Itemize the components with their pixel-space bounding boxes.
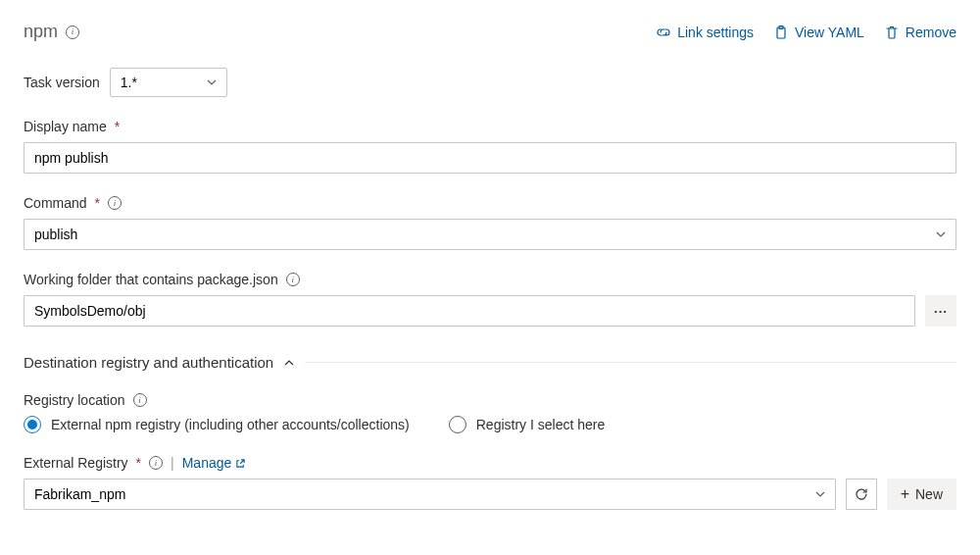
refresh-icon [854, 486, 869, 502]
browse-button[interactable]: ··· [925, 295, 956, 327]
command-select[interactable]: publish [24, 219, 956, 250]
working-folder-label: Working folder that contains package.jso… [24, 272, 956, 287]
working-folder-row: Working folder that contains package.jso… [24, 272, 956, 327]
section-title: Destination registry and authentication [24, 354, 273, 371]
required-mark: * [136, 455, 141, 471]
remove-button[interactable]: Remove [884, 25, 956, 40]
display-name-row: Display name * [24, 119, 956, 174]
page-title: npm [24, 22, 58, 42]
display-name-input[interactable] [24, 142, 956, 174]
title-group: npm i [24, 22, 79, 42]
plus-icon: + [901, 485, 909, 503]
task-version-row: Task version 1.* [24, 68, 956, 97]
radio-external[interactable]: External npm registry (including other a… [24, 416, 410, 433]
ellipsis-icon: ··· [934, 304, 948, 319]
external-registry-row: External Registry * i | Manage Fabrikam_… [24, 455, 956, 510]
command-label: Command * i [24, 195, 956, 211]
working-folder-input[interactable] [24, 295, 915, 327]
section-header[interactable]: Destination registry and authentication [24, 354, 956, 371]
info-icon[interactable]: i [133, 393, 147, 407]
external-registry-label: External Registry * i | Manage [24, 455, 956, 471]
task-version-label: Task version [24, 75, 100, 90]
external-link-icon [235, 458, 246, 469]
info-icon[interactable]: i [286, 273, 300, 286]
view-yaml-button[interactable]: View YAML [773, 25, 864, 40]
header: npm i Link settings View YAML Remove [24, 22, 956, 42]
display-name-label: Display name * [24, 119, 956, 134]
radio-icon [449, 416, 466, 433]
required-mark: * [115, 119, 120, 134]
trash-icon [884, 25, 900, 40]
link-settings-button[interactable]: Link settings [656, 25, 754, 40]
info-icon[interactable]: i [66, 25, 79, 39]
new-button[interactable]: + New [887, 479, 956, 510]
command-row: Command * i publish [24, 195, 956, 250]
section-divider [305, 362, 956, 363]
header-actions: Link settings View YAML Remove [656, 25, 956, 40]
info-icon[interactable]: i [108, 196, 122, 210]
chevron-up-icon [283, 357, 295, 369]
required-mark: * [95, 195, 100, 211]
manage-link[interactable]: Manage [182, 455, 247, 471]
info-icon[interactable]: i [149, 456, 163, 470]
task-version-select[interactable]: 1.* [110, 68, 227, 97]
registry-location-row: Registry location i External npm registr… [24, 392, 956, 433]
link-icon [656, 25, 671, 40]
external-registry-select[interactable]: Fabrikam_npm [24, 479, 836, 510]
refresh-button[interactable] [846, 479, 877, 510]
registry-location-options: External npm registry (including other a… [24, 416, 956, 433]
clipboard-icon [773, 25, 789, 40]
registry-location-label: Registry location i [24, 392, 956, 408]
divider: | [171, 455, 174, 471]
radio-select-here[interactable]: Registry I select here [449, 416, 606, 433]
radio-icon [24, 416, 41, 433]
